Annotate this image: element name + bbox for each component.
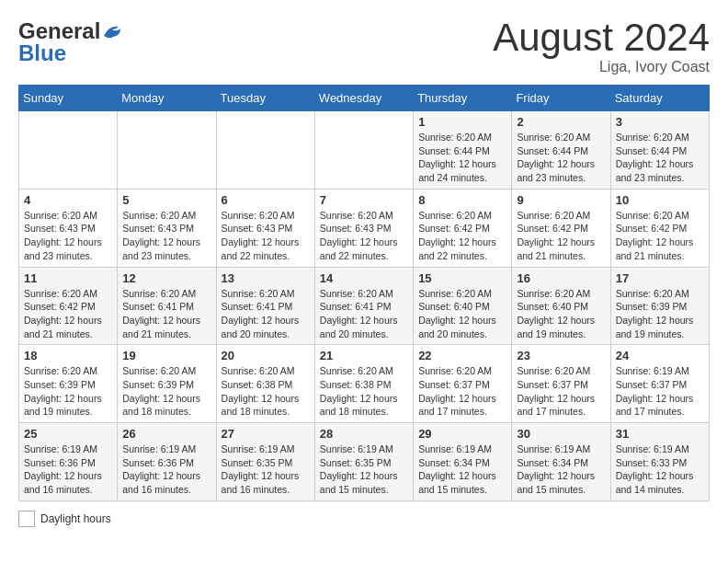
day-info: Sunrise: 6:20 AMSunset: 6:43 PMDaylight:…: [122, 209, 210, 263]
calendar-cell: 25Sunrise: 6:19 AMSunset: 6:36 PMDayligh…: [19, 423, 118, 501]
calendar-cell: 1Sunrise: 6:20 AMSunset: 6:44 PMDaylight…: [414, 111, 512, 190]
day-info: Sunrise: 6:19 AMSunset: 6:36 PMDaylight:…: [122, 442, 210, 497]
calendar: SundayMondayTuesdayWednesdayThursdayFrid…: [18, 85, 710, 501]
day-number: 13: [222, 271, 310, 285]
day-number: 31: [616, 427, 704, 441]
calendar-cell: 24Sunrise: 6:19 AMSunset: 6:37 PMDayligh…: [610, 345, 709, 423]
calendar-cell: 15Sunrise: 6:20 AMSunset: 6:40 PMDayligh…: [414, 267, 512, 345]
day-number: 22: [418, 349, 506, 362]
day-info: Sunrise: 6:20 AMSunset: 6:37 PMDaylight:…: [517, 364, 605, 419]
day-number: 8: [418, 193, 506, 207]
day-number: 26: [122, 427, 210, 441]
day-number: 16: [517, 271, 605, 285]
day-number: 21: [320, 349, 408, 362]
calendar-cell: 21Sunrise: 6:20 AMSunset: 6:38 PMDayligh…: [314, 345, 413, 423]
calendar-cell: 28Sunrise: 6:19 AMSunset: 6:35 PMDayligh…: [314, 423, 413, 501]
day-number: 19: [122, 349, 210, 362]
day-info: Sunrise: 6:19 AMSunset: 6:36 PMDaylight:…: [24, 442, 112, 497]
weekday-header-tuesday: Tuesday: [216, 86, 314, 111]
day-number: 30: [517, 427, 605, 441]
calendar-cell: 26Sunrise: 6:19 AMSunset: 6:36 PMDayligh…: [118, 423, 216, 501]
day-number: 17: [616, 271, 704, 285]
day-number: 2: [517, 115, 605, 129]
calendar-cell: 16Sunrise: 6:20 AMSunset: 6:40 PMDayligh…: [512, 267, 610, 345]
day-info: Sunrise: 6:20 AMSunset: 6:43 PMDaylight:…: [222, 209, 310, 263]
day-number: 27: [222, 427, 310, 441]
calendar-cell: 3Sunrise: 6:20 AMSunset: 6:44 PMDaylight…: [610, 111, 709, 190]
day-info: Sunrise: 6:19 AMSunset: 6:35 PMDaylight:…: [320, 442, 408, 497]
day-number: 24: [616, 349, 704, 362]
day-number: 29: [418, 427, 506, 441]
calendar-week-row: 18Sunrise: 6:20 AMSunset: 6:39 PMDayligh…: [19, 345, 710, 423]
day-info: Sunrise: 6:19 AMSunset: 6:34 PMDaylight:…: [517, 442, 605, 497]
day-info: Sunrise: 6:20 AMSunset: 6:42 PMDaylight:…: [616, 209, 704, 263]
calendar-cell: [314, 111, 413, 190]
weekday-header-monday: Monday: [118, 86, 216, 111]
day-info: Sunrise: 6:19 AMSunset: 6:37 PMDaylight:…: [616, 364, 704, 419]
calendar-cell: 13Sunrise: 6:20 AMSunset: 6:41 PMDayligh…: [216, 267, 314, 345]
day-info: Sunrise: 6:20 AMSunset: 6:44 PMDaylight:…: [517, 131, 605, 185]
day-number: 7: [320, 193, 408, 207]
calendar-cell: 22Sunrise: 6:20 AMSunset: 6:37 PMDayligh…: [414, 345, 512, 423]
day-info: Sunrise: 6:20 AMSunset: 6:43 PMDaylight:…: [320, 209, 408, 263]
day-number: 12: [122, 271, 210, 285]
calendar-week-row: 11Sunrise: 6:20 AMSunset: 6:42 PMDayligh…: [19, 267, 710, 345]
day-info: Sunrise: 6:20 AMSunset: 6:44 PMDaylight:…: [418, 131, 506, 185]
day-info: Sunrise: 6:20 AMSunset: 6:38 PMDaylight:…: [320, 364, 408, 419]
calendar-cell: 27Sunrise: 6:19 AMSunset: 6:35 PMDayligh…: [216, 423, 314, 501]
calendar-week-row: 1Sunrise: 6:20 AMSunset: 6:44 PMDaylight…: [19, 111, 710, 190]
calendar-week-row: 4Sunrise: 6:20 AMSunset: 6:43 PMDaylight…: [19, 189, 710, 267]
legend-daylight-label: Daylight hours: [40, 512, 111, 525]
logo-blue: Blue: [18, 40, 66, 66]
calendar-cell: 5Sunrise: 6:20 AMSunset: 6:43 PMDaylight…: [118, 189, 216, 267]
calendar-cell: 14Sunrise: 6:20 AMSunset: 6:41 PMDayligh…: [314, 267, 413, 345]
day-number: 9: [517, 193, 605, 207]
logo-bird-icon: [102, 23, 122, 40]
day-number: 3: [616, 115, 704, 129]
day-info: Sunrise: 6:20 AMSunset: 6:37 PMDaylight:…: [418, 364, 506, 419]
day-number: 14: [320, 271, 408, 285]
weekday-header-wednesday: Wednesday: [314, 86, 413, 111]
calendar-cell: [19, 111, 118, 190]
day-info: Sunrise: 6:20 AMSunset: 6:41 PMDaylight:…: [222, 287, 310, 341]
calendar-cell: 30Sunrise: 6:19 AMSunset: 6:34 PMDayligh…: [512, 423, 610, 501]
day-number: 18: [24, 349, 112, 362]
calendar-cell: 17Sunrise: 6:20 AMSunset: 6:39 PMDayligh…: [610, 267, 709, 345]
calendar-week-row: 25Sunrise: 6:19 AMSunset: 6:36 PMDayligh…: [19, 423, 710, 501]
calendar-cell: 18Sunrise: 6:20 AMSunset: 6:39 PMDayligh…: [19, 345, 118, 423]
calendar-cell: 19Sunrise: 6:20 AMSunset: 6:39 PMDayligh…: [118, 345, 216, 423]
calendar-header-row: SundayMondayTuesdayWednesdayThursdayFrid…: [19, 86, 710, 111]
calendar-cell: 9Sunrise: 6:20 AMSunset: 6:42 PMDaylight…: [512, 189, 610, 267]
day-number: 4: [24, 193, 112, 207]
weekday-header-sunday: Sunday: [19, 86, 118, 111]
day-info: Sunrise: 6:20 AMSunset: 6:42 PMDaylight:…: [517, 209, 605, 263]
day-info: Sunrise: 6:19 AMSunset: 6:33 PMDaylight:…: [616, 442, 704, 497]
day-number: 15: [418, 271, 506, 285]
calendar-cell: 2Sunrise: 6:20 AMSunset: 6:44 PMDaylight…: [512, 111, 610, 190]
day-number: 10: [616, 193, 704, 207]
day-info: Sunrise: 6:20 AMSunset: 6:40 PMDaylight:…: [517, 287, 605, 341]
calendar-cell: [118, 111, 216, 190]
day-number: 23: [517, 349, 605, 362]
day-info: Sunrise: 6:20 AMSunset: 6:40 PMDaylight:…: [418, 287, 506, 341]
calendar-cell: 8Sunrise: 6:20 AMSunset: 6:42 PMDaylight…: [414, 189, 512, 267]
calendar-cell: 20Sunrise: 6:20 AMSunset: 6:38 PMDayligh…: [216, 345, 314, 423]
day-number: 25: [24, 427, 112, 441]
location-title: Liga, Ivory Coast: [493, 59, 710, 75]
calendar-cell: 31Sunrise: 6:19 AMSunset: 6:33 PMDayligh…: [610, 423, 709, 501]
title-area: August 2024 Liga, Ivory Coast: [493, 18, 710, 75]
day-info: Sunrise: 6:19 AMSunset: 6:35 PMDaylight:…: [222, 442, 310, 497]
day-info: Sunrise: 6:20 AMSunset: 6:43 PMDaylight:…: [24, 209, 112, 263]
day-info: Sunrise: 6:20 AMSunset: 6:38 PMDaylight:…: [222, 364, 310, 419]
weekday-header-friday: Friday: [512, 86, 610, 111]
day-info: Sunrise: 6:19 AMSunset: 6:34 PMDaylight:…: [418, 442, 506, 497]
legend: Daylight hours: [18, 511, 710, 527]
calendar-cell: 6Sunrise: 6:20 AMSunset: 6:43 PMDaylight…: [216, 189, 314, 267]
calendar-cell: 10Sunrise: 6:20 AMSunset: 6:42 PMDayligh…: [610, 189, 709, 267]
day-info: Sunrise: 6:20 AMSunset: 6:41 PMDaylight:…: [320, 287, 408, 341]
day-info: Sunrise: 6:20 AMSunset: 6:39 PMDaylight:…: [24, 364, 112, 419]
calendar-cell: 4Sunrise: 6:20 AMSunset: 6:43 PMDaylight…: [19, 189, 118, 267]
calendar-cell: [216, 111, 314, 190]
weekday-header-thursday: Thursday: [414, 86, 512, 111]
day-number: 28: [320, 427, 408, 441]
